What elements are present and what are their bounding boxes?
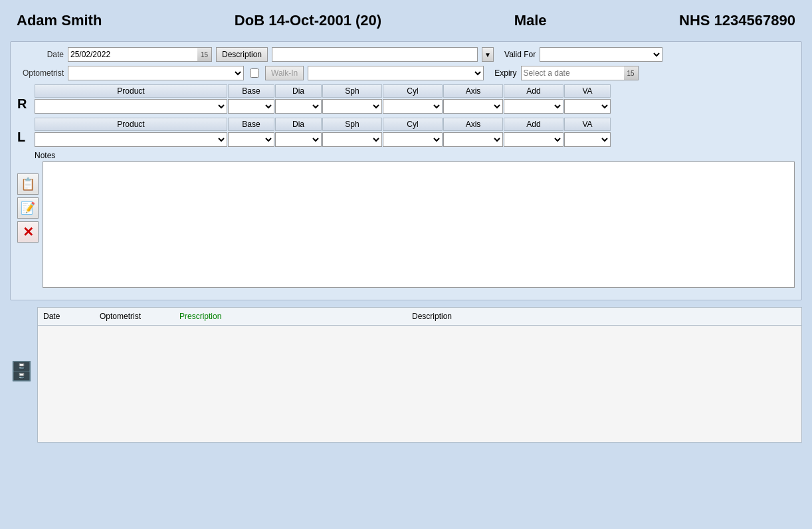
valid-for-wrap: [540, 47, 662, 62]
r-base-select[interactable]: [228, 99, 274, 114]
patient-nhs: NHS 1234567890: [679, 12, 795, 29]
l-base-select[interactable]: [228, 132, 274, 147]
valid-for-select[interactable]: [540, 47, 662, 62]
r-col-dia: Dia: [275, 84, 322, 98]
lens-l-data: [35, 132, 795, 147]
database-icon: 🗄️: [10, 360, 33, 382]
l-product-select[interactable]: [35, 132, 227, 147]
history-section: Date Optometrist Prescription Descriptio…: [37, 307, 802, 443]
first-name: Adam: [17, 12, 57, 29]
date-input-wrap: 15: [68, 47, 212, 62]
patient-header: Adam Smith DoB 14-Oct-2001 (20) Male NHS…: [10, 7, 802, 35]
date-label: Date: [17, 50, 64, 59]
notes-buttons: 📋 📝 ✕: [17, 173, 39, 243]
r-axis-select[interactable]: [443, 99, 503, 114]
notes-new-button[interactable]: 📋: [17, 173, 39, 195]
l-cyl-select[interactable]: [383, 132, 443, 147]
nhs-number: 1234567890: [714, 12, 795, 29]
valid-for-label: Valid For: [504, 50, 536, 59]
prescription-form: Date 15 Description ▼ Valid For Optometr…: [10, 41, 802, 300]
notes-label: Notes: [35, 151, 795, 160]
l-sph-select[interactable]: [322, 132, 382, 147]
lens-r-header: Product Base Dia Sph Cyl Axis Add VA: [35, 84, 795, 98]
history-header: Date Optometrist Prescription Descriptio…: [38, 308, 801, 326]
r-col-base: Base: [228, 84, 274, 98]
history-col-date: Date: [38, 310, 94, 322]
r-col-va: VA: [564, 84, 611, 98]
row-optometrist: Optometrist Walk-In Expiry 15: [17, 66, 795, 80]
description-button[interactable]: Description: [216, 47, 268, 62]
lens-r-grid: Product Base Dia Sph Cyl Axis Add VA: [35, 84, 795, 114]
lens-l-section: L Product Base Dia Sph Cyl Axis Add VA: [17, 118, 795, 147]
expiry-label: Expiry: [494, 68, 516, 78]
last-name: Smith: [61, 12, 102, 29]
r-col-sph: Sph: [322, 84, 382, 98]
patient-gender: Male: [514, 12, 547, 29]
history-table: Date Optometrist Prescription Descriptio…: [37, 307, 802, 443]
description-dropdown-icon[interactable]: ▼: [482, 47, 494, 62]
nhs-label: NHS: [679, 12, 710, 29]
optometrist-select[interactable]: [68, 66, 244, 80]
l-col-sph: Sph: [322, 118, 382, 131]
l-col-axis: Axis: [443, 118, 503, 131]
notes-delete-icon: ✕: [23, 224, 34, 240]
history-col-optometrist: Optometrist: [94, 310, 174, 322]
history-body: [38, 326, 801, 442]
notes-section: 📋 📝 ✕: [17, 161, 795, 288]
lens-r-section: R Product Base Dia Sph Cyl Axis Add VA: [17, 84, 795, 114]
l-col-base: Base: [228, 118, 274, 131]
optometrist-wrap: [68, 66, 244, 80]
l-axis-select[interactable]: [443, 132, 503, 147]
r-dia-select[interactable]: [275, 99, 322, 114]
history-col-description: Description: [407, 310, 801, 322]
notes-delete-button[interactable]: ✕: [17, 221, 39, 243]
lens-r-data: [35, 99, 795, 114]
l-add-select[interactable]: [504, 132, 563, 147]
lens-l-grid: Product Base Dia Sph Cyl Axis Add VA: [35, 118, 795, 147]
lens-l-label: L: [17, 130, 31, 145]
notes-edit-button[interactable]: 📝: [17, 197, 39, 219]
date-input[interactable]: [68, 47, 197, 62]
date-calendar-icon[interactable]: 15: [197, 47, 212, 62]
notes-edit-icon: 📝: [21, 201, 35, 215]
lens-r-label: R: [17, 96, 31, 112]
walkin-select-wrap: [308, 66, 484, 80]
description-input[interactable]: [272, 47, 478, 62]
expiry-calendar-icon[interactable]: 15: [624, 66, 639, 80]
history-col-prescription: Prescription: [174, 310, 407, 322]
optometrist-label: Optometrist: [17, 68, 64, 78]
notes-textarea[interactable]: [43, 161, 795, 288]
walkin-select[interactable]: [308, 66, 484, 80]
l-va-select[interactable]: [564, 132, 611, 147]
row-date-description: Date 15 Description ▼ Valid For: [17, 47, 795, 62]
bottom-area: 🗄️ Date Optometrist Prescription Descrip…: [10, 307, 802, 443]
r-col-add: Add: [504, 84, 563, 98]
main-container: Adam Smith DoB 14-Oct-2001 (20) Male NHS…: [0, 0, 812, 529]
r-sph-select[interactable]: [322, 99, 382, 114]
dob-value: 14-Oct-2001 (20): [268, 12, 381, 29]
walkin-button[interactable]: Walk-In: [265, 66, 304, 80]
r-va-select[interactable]: [564, 99, 611, 114]
l-col-add: Add: [504, 118, 563, 131]
l-dia-select[interactable]: [275, 132, 322, 147]
l-col-dia: Dia: [275, 118, 322, 131]
r-product-select[interactable]: [35, 99, 227, 114]
lens-l-header: Product Base Dia Sph Cyl Axis Add VA: [35, 118, 795, 131]
l-col-product: Product: [35, 118, 227, 131]
r-col-product: Product: [35, 84, 227, 98]
r-cyl-select[interactable]: [383, 99, 443, 114]
r-col-cyl: Cyl: [383, 84, 443, 98]
r-col-axis: Axis: [443, 84, 503, 98]
r-add-select[interactable]: [504, 99, 563, 114]
expiry-input-wrap: 15: [521, 66, 639, 80]
l-col-cyl: Cyl: [383, 118, 443, 131]
l-col-va: VA: [564, 118, 611, 131]
expiry-input[interactable]: [521, 66, 624, 80]
patient-name: Adam Smith: [17, 12, 102, 29]
notes-new-icon: 📋: [21, 177, 35, 191]
db-icon-wrap: 🗄️: [10, 360, 33, 382]
patient-dob: DoB 14-Oct-2001 (20): [235, 12, 381, 29]
walkin-checkbox[interactable]: [250, 68, 259, 78]
dob-label: DoB: [235, 12, 264, 29]
